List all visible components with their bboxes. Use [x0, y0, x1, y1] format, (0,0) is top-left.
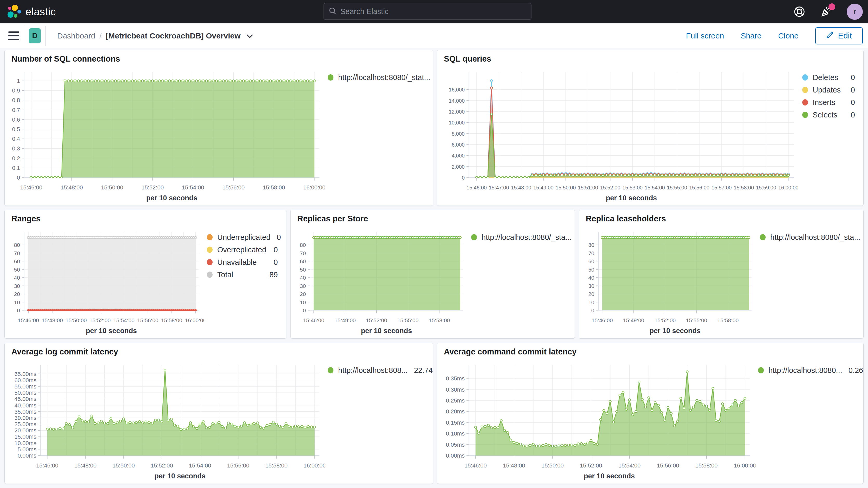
svg-text:70: 70 [588, 250, 594, 256]
svg-text:15:58:00: 15:58:00 [263, 184, 285, 191]
svg-text:0: 0 [591, 307, 594, 313]
panel-replica-leaseholders: Replica leaseholders http://localhost:80… [579, 210, 864, 339]
chart-legend: http://localhost:8080/_sta...89 [760, 233, 855, 242]
share-button[interactable]: Share [741, 31, 762, 40]
chart-legend: http://localhost:8080/_sta...89 [471, 233, 566, 242]
svg-text:15.00ms: 15.00ms [14, 433, 36, 440]
legend-item[interactable]: http://localhost:808...22.74ms [328, 366, 425, 375]
svg-text:6,000: 6,000 [452, 142, 465, 148]
legend-label: http://localhost:8080... [769, 366, 842, 375]
svg-text:15:49:00: 15:49:00 [623, 317, 644, 323]
svg-text:per 10 seconds: per 10 seconds [649, 327, 701, 335]
global-search[interactable] [323, 3, 531, 20]
chart-replicas_per_store[interactable]: 0102030405060708015:46:0015:49:0015:52:0… [290, 225, 469, 337]
legend-label: Total [217, 271, 233, 279]
legend-item[interactable]: Unavailable0 [207, 258, 278, 267]
chart-legend: http://localhost:8080...0.26ms [758, 366, 855, 375]
svg-text:15:46:00: 15:46:00 [464, 462, 487, 469]
notification-dot [829, 3, 835, 10]
chart-cmd_commit_latency[interactable]: 0.00ms0.05ms0.10ms0.15ms0.20ms0.25ms0.30… [437, 358, 755, 483]
chart-replica_leaseholders[interactable]: 0102030405060708015:46:0015:49:0015:52:0… [579, 225, 757, 337]
svg-text:30.00ms: 30.00ms [14, 415, 36, 421]
svg-text:15:58:00: 15:58:00 [429, 317, 450, 323]
breadcrumb-dashboard[interactable]: Dashboard [57, 31, 95, 40]
legend-item[interactable]: Overreplicated0 [207, 245, 278, 254]
legend-value: 0 [845, 98, 855, 107]
svg-text:50: 50 [588, 267, 594, 273]
svg-text:15:49:00: 15:49:00 [335, 317, 356, 323]
svg-text:per 10 seconds: per 10 seconds [606, 194, 657, 202]
svg-text:15:58:00: 15:58:00 [734, 185, 754, 190]
legend-item[interactable]: http://localhost:8080/_stat...1 [328, 73, 425, 82]
panel-title: SQL queries [444, 54, 491, 64]
svg-text:15:47:00: 15:47:00 [489, 185, 509, 190]
help-icon[interactable] [793, 5, 806, 19]
svg-text:15:46:00: 15:46:00 [466, 185, 487, 190]
legend-item[interactable]: Selects0 [802, 111, 855, 119]
clone-button[interactable]: Clone [778, 31, 798, 40]
svg-text:per 10 seconds: per 10 seconds [361, 327, 412, 335]
legend-item[interactable]: Updates0 [802, 86, 855, 94]
svg-text:0.9: 0.9 [12, 87, 20, 94]
menu-icon[interactable] [8, 31, 19, 40]
legend-label: http://localhost:8080/_sta... [770, 233, 861, 242]
svg-text:15:54:00: 15:54:00 [618, 462, 641, 469]
panel-title: Ranges [11, 214, 40, 223]
full-screen-button[interactable]: Full screen [686, 31, 724, 40]
svg-text:15:46:00: 15:46:00 [36, 462, 59, 469]
top-navigation-bar: elastic r [0, 0, 868, 23]
legend-item[interactable]: http://localhost:8080...0.26ms [758, 366, 855, 375]
svg-text:10,000: 10,000 [449, 120, 465, 125]
legend-dot-icon [207, 272, 213, 278]
legend-item[interactable]: Deletes0 [802, 73, 855, 82]
svg-text:16:00:00: 16:00:00 [185, 317, 204, 323]
legend-value: 89 [263, 271, 278, 279]
chart-sql_connections[interactable]: 00.10.20.30.40.50.60.70.80.9115:46:0015:… [5, 65, 325, 205]
svg-text:1: 1 [17, 78, 20, 84]
brand-name: elastic [26, 6, 56, 18]
chart-log_commit_latency[interactable]: 0.00ms5.00ms10.00ms15.00ms20.00ms25.00ms… [5, 358, 325, 483]
svg-text:15:48:00: 15:48:00 [511, 185, 531, 190]
breadcrumb: Dashboard / [Metricbeat CockroachDB] Ove… [57, 31, 253, 40]
legend-item[interactable]: http://localhost:8080/_sta...89 [760, 233, 855, 242]
svg-text:70: 70 [14, 250, 20, 256]
legend-item[interactable]: http://localhost:8080/_sta...89 [471, 233, 566, 242]
legend-dot-icon [760, 234, 766, 240]
svg-text:15:48:00: 15:48:00 [41, 317, 63, 323]
svg-text:16,000: 16,000 [449, 87, 465, 92]
legend-value: 0 [845, 73, 855, 82]
svg-text:0.8: 0.8 [12, 97, 20, 103]
dashboard-badge[interactable]: D [29, 28, 41, 43]
legend-item[interactable]: Total89 [207, 270, 278, 279]
search-input[interactable] [340, 7, 527, 16]
svg-text:15:58:00: 15:58:00 [265, 462, 288, 469]
avatar[interactable]: r [847, 4, 863, 20]
legend-label: Updates [813, 86, 841, 94]
svg-text:2,000: 2,000 [452, 164, 465, 170]
elastic-logo[interactable]: elastic [7, 4, 56, 19]
svg-text:0.35ms: 0.35ms [446, 375, 465, 382]
chart-sql_queries[interactable]: 02,0004,0006,0008,00010,00012,00014,0001… [437, 65, 800, 205]
chart-ranges[interactable]: 0102030405060708015:46:0015:48:0015:50:0… [5, 225, 204, 337]
svg-text:16:00:00: 16:00:00 [734, 462, 755, 469]
svg-text:15:46:00: 15:46:00 [591, 317, 613, 323]
panel-sql-queries: SQL queries Deletes0Updates0Inserts0Sele… [437, 50, 864, 206]
chevron-down-icon[interactable] [246, 31, 253, 40]
legend-dot-icon [802, 74, 808, 81]
newsfeed-icon[interactable] [820, 5, 833, 19]
svg-text:15:58:00: 15:58:00 [717, 317, 739, 323]
svg-text:50: 50 [300, 267, 306, 273]
svg-text:0.7: 0.7 [12, 107, 20, 113]
legend-item[interactable]: Underreplicated0 [207, 233, 278, 242]
legend-value: 89 [861, 233, 864, 242]
panel-title: Replicas per Store [297, 214, 368, 223]
svg-text:80: 80 [14, 242, 20, 248]
svg-text:15:56:00: 15:56:00 [137, 317, 158, 323]
search-icon [329, 7, 337, 16]
legend-item[interactable]: Inserts0 [802, 98, 855, 107]
svg-text:15:58:00: 15:58:00 [161, 317, 182, 323]
svg-text:0.2: 0.2 [12, 155, 20, 162]
svg-text:10: 10 [300, 299, 306, 305]
edit-button[interactable]: Edit [815, 27, 863, 44]
panel-title: Average command commit latency [444, 347, 577, 357]
